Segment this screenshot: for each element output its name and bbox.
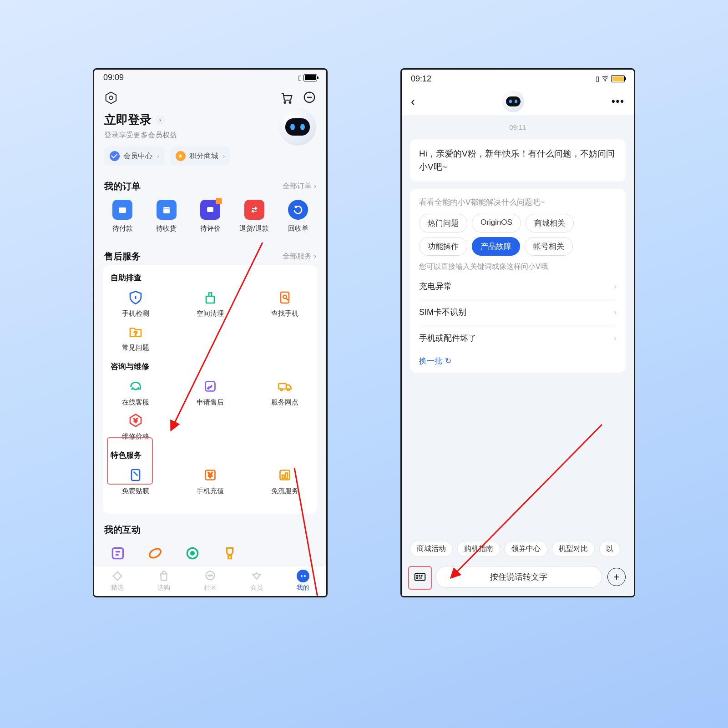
order-refund[interactable]: 退货/退款 (236, 200, 273, 233)
status-time: 09:12 (411, 74, 431, 84)
order-pending-review[interactable]: 待评价 (192, 200, 228, 233)
chevron-right-icon: › (614, 334, 617, 343)
refresh-icon: ↻ (445, 356, 451, 366)
chip-account[interactable]: 帐号相关 (525, 237, 573, 256)
svg-point-36 (417, 576, 418, 576)
svc-faq[interactable]: ?常见问题 (111, 321, 161, 355)
consult-title: 咨询与维修 (111, 361, 310, 372)
sug-compare[interactable]: 机型对比 (552, 541, 595, 557)
svc-store[interactable]: 服务网点 (260, 375, 310, 410)
sim-icon: ▯ (596, 75, 599, 83)
points-mall-pill[interactable]: 积分商城 › (170, 147, 231, 166)
bot-avatar[interactable] (502, 91, 524, 112)
svc-recharge[interactable]: ¥手机充值 (185, 464, 235, 498)
svg-point-39 (417, 578, 418, 579)
shield-icon (127, 289, 144, 306)
chat-icon[interactable] (303, 91, 316, 105)
svg-text:¥: ¥ (207, 471, 212, 479)
service-title: 售后服务 (104, 250, 141, 263)
chip-fault[interactable]: 产品故障 (472, 237, 520, 256)
svc-apply-after[interactable]: 申请售后 (185, 375, 235, 410)
chip-mall[interactable]: 商城相关 (526, 214, 574, 233)
svg-point-3 (289, 102, 291, 104)
headset-icon (127, 378, 144, 394)
chip-function[interactable]: 功能操作 (419, 237, 467, 256)
sug-coupon[interactable]: 领券中心 (505, 541, 547, 557)
svg-point-31 (211, 575, 212, 576)
more-icon[interactable]: ••• (612, 96, 625, 107)
keyboard-icon[interactable] (410, 567, 430, 587)
timestamp: 09:11 (402, 123, 634, 131)
pill-icon[interactable] (146, 544, 164, 562)
svc-phone-check[interactable]: 手机检测 (111, 287, 161, 321)
nav-shop[interactable]: 选购 (141, 566, 187, 596)
truck-icon (277, 378, 293, 394)
interact-icons (94, 539, 326, 565)
member-center-pill[interactable]: 会员中心 › (104, 147, 165, 166)
order-recycle[interactable]: 回收单 (280, 200, 316, 233)
svg-point-34 (605, 80, 606, 81)
order-pending-receive[interactable]: 待收货 (148, 200, 185, 233)
all-service-link[interactable]: 全部服务 › (283, 252, 316, 261)
q-charging[interactable]: 充电异常› (419, 273, 617, 299)
chip-originos[interactable]: OriginOS (472, 214, 521, 233)
nav-featured[interactable]: 精选 (94, 566, 141, 596)
sim-icon: ▯ (298, 74, 302, 82)
points-mall-label: 积分商城 (189, 152, 218, 161)
status-bar: 09:09 ▯ (94, 70, 326, 86)
chip-hot[interactable]: 热门问题 (419, 214, 467, 233)
svc-free-data[interactable]: 免流服务 (260, 464, 310, 498)
settings-hex-icon[interactable] (104, 91, 118, 105)
back-icon[interactable]: ‹ (411, 95, 415, 109)
svc-free-film[interactable]: 免费贴膜 (111, 464, 161, 498)
chevron-right-icon: › (157, 152, 159, 160)
refresh-link[interactable]: 换一批↻ (419, 356, 617, 366)
svc-online-cs[interactable]: 在线客服 (111, 375, 161, 410)
input-bar: 按住说话转文字 + (402, 561, 634, 596)
trophy-icon[interactable] (221, 544, 239, 562)
svg-point-15 (287, 389, 289, 391)
q-broken[interactable]: 手机或配件坏了› (419, 325, 617, 351)
all-orders-link[interactable]: 全部订单 › (283, 182, 316, 191)
svg-point-2 (284, 102, 286, 104)
sug-more[interactable]: 以 (599, 541, 620, 557)
top-bar (94, 86, 326, 110)
nav-mine[interactable]: 我的 (280, 566, 326, 596)
topic-chips: 热门问题 OriginOS 商城相关 功能操作 产品故障 帐号相关 (419, 214, 617, 256)
chevron-right-icon: › (614, 308, 617, 317)
nav-member[interactable]: 会员 (233, 566, 280, 596)
svg-point-10 (283, 295, 287, 299)
sug-guide[interactable]: 购机指南 (457, 541, 500, 557)
svg-rect-22 (282, 475, 284, 479)
order-pending-pay[interactable]: 待付款 (104, 200, 141, 233)
selfcheck-title: 自助排查 (111, 273, 310, 283)
svg-text:¥: ¥ (133, 417, 137, 424)
svc-repair-price[interactable]: ¥维修价格 (111, 410, 161, 444)
battery-icon (611, 75, 625, 82)
plus-icon[interactable]: + (607, 568, 626, 586)
wrench-icon (202, 378, 218, 394)
svg-rect-12 (206, 382, 215, 391)
sug-activity[interactable]: 商城活动 (410, 541, 453, 557)
card-hint2: 您可以直接输入关键词或像这样问小V哦 (419, 262, 617, 272)
post-icon[interactable] (109, 544, 127, 562)
svc-cleanup[interactable]: 空间清理 (185, 287, 235, 321)
member-center-label: 会员中心 (123, 152, 152, 161)
star-badge-icon[interactable] (183, 544, 202, 562)
svg-point-37 (419, 576, 420, 576)
svc-find-phone[interactable]: 查找手机 (260, 287, 310, 321)
voice-input-button[interactable]: 按住说话转文字 (435, 566, 602, 588)
chat-header: ‹ ••• (402, 88, 634, 115)
login-block: 立即登录 › 登录享受更多会员权益 (94, 110, 326, 147)
bot-avatar[interactable] (279, 108, 316, 146)
svg-rect-9 (281, 292, 289, 303)
search-phone-icon (277, 289, 293, 306)
q-sim[interactable]: SIM卡不识别› (419, 299, 617, 325)
svg-point-27 (191, 552, 194, 555)
chevron-right-icon[interactable]: › (155, 115, 165, 125)
svg-rect-5 (119, 207, 126, 213)
login-title[interactable]: 立即登录 (104, 112, 152, 128)
chevron-right-icon: › (223, 152, 225, 160)
nav-community[interactable]: 社区 (187, 566, 233, 596)
cart-icon[interactable] (280, 91, 293, 105)
